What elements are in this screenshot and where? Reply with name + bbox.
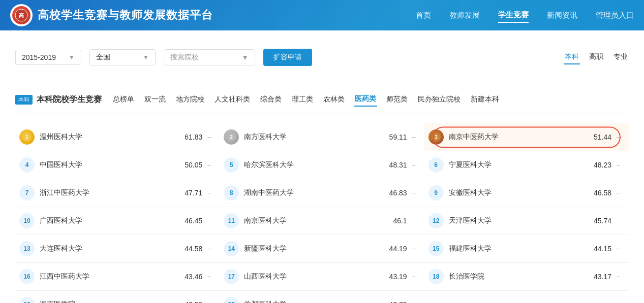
rank-item[interactable]: 20首都医科大学42.72– — [220, 291, 424, 303]
rank-item-wrapper: 12天津医科大学45.74– — [424, 207, 629, 235]
rank-name: 浙江中医药大学 — [40, 188, 185, 197]
rank-trend: – — [412, 273, 420, 280]
tab-vocational[interactable]: 高职 — [588, 50, 604, 64]
rank-trend: – — [412, 189, 420, 196]
rank-trend: – — [412, 301, 420, 303]
logo-area: 高 高校学生竞赛与教师发展数据平台 — [10, 4, 213, 26]
year-select[interactable]: 2015-2019 ▼ — [15, 50, 81, 65]
rank-score: 46.83 — [389, 189, 407, 197]
rank-score: 44.58 — [185, 245, 202, 253]
chevron-down-icon: ▼ — [241, 53, 249, 61]
rank-score: 61.83 — [185, 133, 202, 141]
rank-item[interactable]: 2南方医科大学59.11– — [220, 123, 424, 151]
rank-score: 48.31 — [389, 161, 407, 169]
rank-score: 42.98 — [185, 300, 202, 303]
rank-item[interactable]: 7浙江中医药大学47.71– — [15, 179, 220, 207]
rank-badge: 14 — [224, 241, 239, 256]
rank-item-wrapper: 7浙江中医药大学47.71– — [15, 179, 220, 207]
nav-admin[interactable]: 管理员入口 — [596, 9, 634, 22]
cat-normal[interactable]: 师范类 — [385, 93, 409, 106]
cat-comprehensive[interactable]: 综合类 — [259, 93, 283, 106]
chevron-down-icon: ▼ — [69, 54, 75, 61]
tab-specialty[interactable]: 专业 — [612, 50, 629, 64]
rank-trend: – — [617, 217, 625, 224]
rank-trend: – — [207, 161, 216, 169]
cat-private[interactable]: 民办独立院校 — [417, 93, 462, 106]
rank-trend: – — [207, 189, 216, 196]
rank-item[interactable]: 15福建医科大学44.15– — [424, 235, 629, 263]
section-title-block: 本科 本科院校学生竞赛 — [15, 94, 102, 105]
rank-item-wrapper: 3南京中医药大学51.44– — [424, 123, 629, 151]
nav-teacher[interactable]: 教师发展 — [449, 9, 480, 22]
rank-item-wrapper: 6宁夏医科大学48.23– — [424, 151, 629, 179]
rank-item[interactable]: 4中国医科大学50.05– — [15, 151, 220, 179]
rank-trend: – — [207, 217, 216, 224]
rank-trend: – — [207, 133, 216, 141]
rank-badge: 2 — [224, 129, 239, 145]
filter-bar: 2015-2019 ▼ 全国 ▼ 搜索院校 ▼ 扩容申请 本科 高职 专业 — [15, 41, 629, 74]
rank-score: 44.19 — [389, 245, 407, 253]
rank-item-wrapper: 1温州医科大学61.83– — [15, 123, 220, 151]
rank-name: 南京医科大学 — [244, 216, 393, 225]
cat-new[interactable]: 新建本科 — [470, 93, 500, 106]
rank-trend: – — [412, 245, 420, 252]
school-search[interactable]: 搜索院校 ▼ — [164, 49, 255, 65]
section-title: 本科院校学生竞赛 — [37, 94, 102, 105]
rank-item[interactable]: 18长治医学院43.17– — [424, 263, 629, 291]
rank-score: 43.19 — [389, 273, 407, 281]
main-content: 2015-2019 ▼ 全国 ▼ 搜索院校 ▼ 扩容申请 本科 高职 专业 本科… — [0, 30, 644, 303]
cat-agriculture[interactable]: 农林类 — [322, 93, 346, 106]
cat-engineering[interactable]: 理工类 — [291, 93, 314, 106]
rank-item-wrapper: 19海南医学院42.98– — [15, 291, 220, 303]
nav-student[interactable]: 学生竞赛 — [498, 8, 529, 23]
svg-text:1: 1 — [25, 134, 28, 140]
rank-trend: – — [617, 245, 625, 252]
section-header: 本科 本科院校学生竞赛 总榜单 双一流 地方院校 人文社科类 综合类 理工类 农… — [15, 86, 629, 113]
rank-item[interactable]: 10广西医科大学46.45– — [15, 207, 220, 235]
rank-badge: 9 — [428, 185, 444, 200]
rank-badge: 10 — [19, 213, 35, 228]
expand-btn[interactable]: 扩容申请 — [263, 49, 312, 66]
cat-humanities[interactable]: 人文社科类 — [213, 93, 251, 106]
rank-name: 广西医科大学 — [40, 216, 185, 225]
rank-name: 湖南中医药大学 — [244, 188, 389, 197]
tab-undergraduate[interactable]: 本科 — [564, 50, 580, 64]
nav-home[interactable]: 首页 — [416, 9, 431, 22]
rank-name: 南京中医药大学 — [449, 132, 594, 142]
rank-item-wrapper: 10广西医科大学46.45– — [15, 207, 220, 235]
cat-all[interactable]: 总榜单 — [112, 93, 135, 106]
rank-score: 43.17 — [594, 273, 611, 281]
rank-item[interactable]: 8湖南中医药大学46.83– — [220, 179, 424, 207]
rank-item[interactable]: 5哈尔滨医科大学48.31– — [220, 151, 424, 179]
rank-item[interactable]: 19海南医学院42.98– — [15, 291, 220, 303]
rank-item-wrapper: 17山西医科大学43.19– — [220, 263, 424, 291]
rank-item[interactable]: 13大连医科大学44.58– — [15, 235, 220, 263]
nav-news[interactable]: 新闻资讯 — [547, 9, 577, 22]
rank-trend: – — [207, 301, 216, 303]
rank-badge: 13 — [19, 241, 35, 256]
rank-item[interactable]: 6宁夏医科大学48.23– — [424, 151, 629, 179]
rank-score: 42.72 — [389, 300, 407, 303]
rank-item[interactable]: 17山西医科大学43.19– — [220, 263, 424, 291]
svg-text:高: 高 — [19, 13, 24, 18]
rank-item[interactable]: 3南京中医药大学51.44– — [424, 123, 629, 151]
rank-badge: 4 — [19, 157, 35, 173]
rank-item-wrapper: 13大连医科大学44.58– — [15, 235, 220, 263]
cat-local[interactable]: 地方院校 — [175, 93, 205, 106]
rank-item[interactable]: 11南京医科大学46.1– — [220, 207, 424, 235]
rank-item[interactable]: 16江西中医药大学43.46– — [15, 263, 220, 291]
rank-item[interactable]: 12天津医科大学45.74– — [424, 207, 629, 235]
rank-score: 47.71 — [185, 189, 202, 197]
rank-badge: 20 — [224, 297, 239, 303]
rank-trend: – — [617, 273, 625, 280]
cat-double-first[interactable]: 双一流 — [143, 93, 167, 106]
category-tabs: 总榜单 双一流 地方院校 人文社科类 综合类 理工类 农林类 医药类 师范类 民… — [112, 92, 500, 107]
cat-medicine[interactable]: 医药类 — [354, 92, 377, 107]
rank-item[interactable]: 14新疆医科大学44.19– — [220, 235, 424, 263]
rank-badge: 11 — [224, 213, 239, 228]
rank-item[interactable]: 9安徽医科大学46.58– — [424, 179, 629, 207]
rank-score: 44.15 — [594, 245, 611, 253]
rank-trend: – — [617, 161, 625, 169]
rank-item[interactable]: 1温州医科大学61.83– — [15, 123, 220, 151]
region-select[interactable]: 全国 ▼ — [89, 49, 156, 65]
